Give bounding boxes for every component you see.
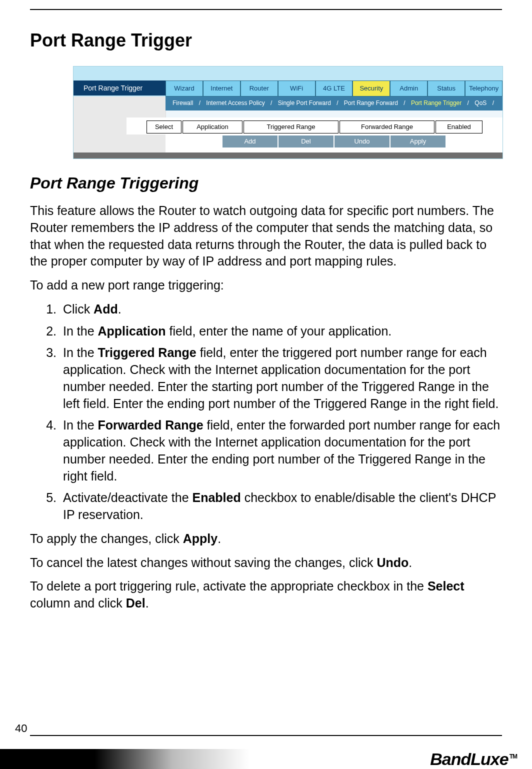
tab-telephony[interactable]: Telephony xyxy=(465,80,502,96)
step-4: In the Forwarded Range field, enter the … xyxy=(60,417,502,484)
col-enabled: Enabled xyxy=(436,120,482,134)
add-button[interactable]: Add xyxy=(222,136,278,148)
subtab-single-port-forward[interactable]: Single Port Forward xyxy=(278,100,331,106)
brand-logo: BandLuxeTM xyxy=(430,750,517,769)
subtab-port-range-trigger[interactable]: Port Range Trigger xyxy=(411,100,462,106)
tab-router[interactable]: Router xyxy=(240,80,278,96)
heading-port-range-trigger: Port Range Trigger xyxy=(30,30,502,51)
col-select: Select xyxy=(146,120,182,134)
tab-admin[interactable]: Admin xyxy=(390,80,428,96)
del-button[interactable]: Del xyxy=(278,136,334,148)
sub-tabs: Firewall / Internet Access Policy / Sing… xyxy=(166,96,502,110)
tab-4glte[interactable]: 4G LTE xyxy=(316,80,353,96)
del-line: To delete a port triggering rule, activa… xyxy=(30,578,502,612)
step-3: In the Triggered Range field, enter the … xyxy=(60,344,502,412)
subtab-port-range-forward[interactable]: Port Range Forward xyxy=(344,100,398,106)
col-application: Application xyxy=(182,120,242,134)
apply-line: To apply the changes, click Apply. xyxy=(30,530,502,548)
page-footer: BandLuxeTM xyxy=(0,737,532,769)
page-number: 40 xyxy=(15,722,27,735)
main-tabs: Wizard Internet Router WiFi 4G LTE Secur… xyxy=(166,80,502,96)
step-5: Activate/deactivate the Enabled checkbox… xyxy=(60,490,502,524)
tab-security[interactable]: Security xyxy=(352,80,390,96)
apply-button[interactable]: Apply xyxy=(390,136,446,148)
tab-wizard[interactable]: Wizard xyxy=(166,80,203,96)
column-headers: Select Application Triggered Range Forwa… xyxy=(146,120,482,134)
step-1: Click Add. xyxy=(60,301,502,318)
col-forwarded-range: Forwarded Range xyxy=(340,120,434,134)
undo-line: To cancel the latest changes without sav… xyxy=(30,554,502,572)
subtab-internet-access-policy[interactable]: Internet Access Policy xyxy=(206,100,264,106)
step-2: In the Application field, enter the name… xyxy=(60,323,502,340)
subtab-firewall[interactable]: Firewall xyxy=(172,100,193,106)
ui-left-label: Port Range Trigger xyxy=(74,80,166,96)
tab-status[interactable]: Status xyxy=(428,80,465,96)
heading-port-range-triggering: Port Range Triggering xyxy=(30,174,502,192)
tab-wifi[interactable]: WiFi xyxy=(278,80,316,96)
router-ui-screenshot: Port Range Trigger Wizard Internet Route… xyxy=(73,66,503,159)
intro-paragraph: This feature allows the Router to watch … xyxy=(30,202,502,270)
subtab-qos[interactable]: QoS xyxy=(474,100,486,106)
add-instruction-line: To add a new port range triggering: xyxy=(30,277,502,294)
steps-list: Click Add. In the Application field, ent… xyxy=(60,301,502,524)
col-triggered-range: Triggered Range xyxy=(244,120,338,134)
undo-button[interactable]: Undo xyxy=(334,136,390,148)
tab-internet[interactable]: Internet xyxy=(203,80,240,96)
